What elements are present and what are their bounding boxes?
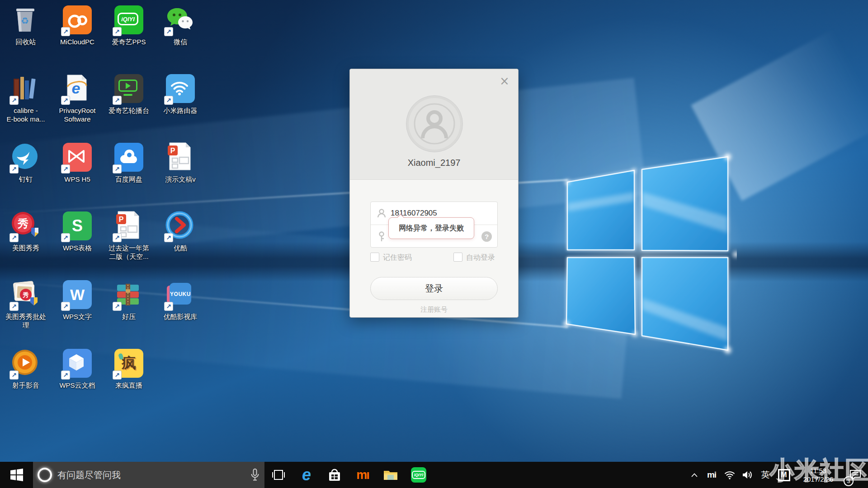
taskbar-windows-store-icon[interactable]	[321, 462, 349, 488]
desktop-icon-wps-cloud-doc[interactable]: ↗WPS云文档	[52, 347, 103, 416]
taskbar-iqiyi-app-icon[interactable]: iQIYI	[405, 462, 433, 488]
shortcut-arrow-icon: ↗	[113, 371, 122, 380]
login-error-tooltip: 网络异常，登录失败	[388, 217, 474, 239]
svg-text:♻: ♻	[21, 16, 29, 26]
desktop-icon-meitu-xiuxiu[interactable]: 秀↗美图秀秀	[0, 210, 52, 278]
taskbar-edge-icon[interactable]: e	[292, 462, 321, 488]
person-icon	[377, 208, 386, 218]
wifi-icon[interactable]	[721, 462, 739, 488]
calibre-icon: ↗	[10, 73, 41, 104]
ime-m-box: M	[778, 469, 790, 481]
desktop-icon-label: 微信	[174, 38, 187, 46]
desktop-icon-label: 回收站	[16, 38, 36, 46]
desktop-icon-label: 演示文稿v	[165, 175, 196, 183]
desktop-icon-wps-writer[interactable]: W↗WPS文字	[52, 278, 103, 347]
wps-cloud-doc-icon: ↗	[62, 348, 93, 379]
youku-icon: ↗	[165, 211, 196, 241]
start-button[interactable]	[0, 462, 33, 488]
error-text: 网络异常，登录失败	[399, 224, 464, 233]
desktop-icon-label: 过去这一年第二版（天空...	[108, 244, 149, 261]
desktop-icon-youku-library[interactable]: YOUKU↗优酷影视库	[155, 278, 206, 347]
svg-text:P: P	[119, 216, 124, 223]
options-row: 记住密码 自动登录	[370, 253, 498, 263]
desktop-icon-iqiyi-pps[interactable]: iQIYI↗爱奇艺PPS	[103, 4, 155, 72]
search-placeholder: 有问题尽管问我	[57, 469, 121, 481]
desktop-icon-recycle-bin[interactable]: ♻回收站	[0, 4, 52, 72]
desktop-icon-label: 爱奇艺轮播台	[108, 106, 149, 115]
help-icon[interactable]: ?	[481, 231, 492, 242]
key-icon	[377, 231, 386, 243]
shortcut-arrow-icon: ↗	[113, 27, 122, 36]
desktop-icon-laifeng-live[interactable]: 疯↗来疯直播	[103, 347, 155, 416]
shortcut-arrow-icon: ↗	[9, 164, 19, 174]
wps-h5-icon: ↗	[62, 142, 93, 173]
register-account-link[interactable]: 注册账号	[350, 305, 518, 314]
taskbar-file-explorer-icon[interactable]	[377, 462, 405, 488]
desktop-icon-presentation-v[interactable]: P演示文稿v	[155, 141, 206, 210]
volume-icon[interactable]	[739, 462, 757, 488]
desktop-icon-label: WPS文字	[63, 312, 92, 321]
mi-tray-icon[interactable]: mi	[703, 462, 721, 488]
desktop-icon-label: WPS表格	[63, 244, 92, 252]
laifeng-live-icon: 疯↗	[113, 348, 144, 379]
desktop-icon-wps-sheet[interactable]: S↗WPS表格	[52, 210, 103, 278]
desktop-icon-mi-router[interactable]: ↗小米路由器	[155, 72, 206, 141]
shooter-player-icon: ↗	[10, 348, 41, 379]
desktop-icon-label: 来疯直播	[115, 381, 142, 389]
clock-date: 2017/2/26	[794, 475, 843, 483]
desktop-icon-iqiyi-lunbotai[interactable]: ↗爱奇艺轮播台	[103, 72, 155, 141]
desktop-icon-youku[interactable]: ↗优酷	[155, 210, 206, 278]
desktop-icon-calibre[interactable]: ↗calibre -E-book ma...	[0, 72, 52, 141]
wechat-icon: ↗	[165, 5, 196, 35]
action-center-button[interactable]: 3	[843, 462, 868, 488]
shortcut-arrow-icon: ↗	[113, 233, 122, 242]
desktop-icon-label: MiCloudPC	[60, 38, 94, 46]
youku-library-icon: YOUKU↗	[165, 279, 196, 310]
shortcut-arrow-icon: ↗	[61, 302, 70, 311]
desktop-icon-label: PrivacyRootSoftware	[59, 106, 96, 123]
svg-text:秀: 秀	[23, 291, 29, 298]
windows-logo-panes	[561, 149, 737, 361]
desktop-icon-wechat[interactable]: ↗微信	[155, 4, 206, 72]
taskbar-mi-app-icon[interactable]: mı	[349, 462, 377, 488]
shortcut-arrow-icon: ↗	[113, 164, 122, 174]
shortcut-arrow-icon: ↗	[61, 233, 70, 242]
microphone-icon[interactable]	[251, 469, 259, 481]
shortcut-arrow-icon: ↗	[164, 27, 173, 36]
system-tray: mi 英 M 11:53 2017/2/26	[686, 462, 868, 488]
desktop-icon-baidu-netdisk[interactable]: ↗百度网盘	[103, 141, 155, 210]
taskbar-app-icons: emıiQIYI	[264, 462, 433, 488]
dingtalk-icon: ↗	[10, 142, 41, 173]
desktop-icon-dingtalk[interactable]: ↗钉钉	[0, 141, 52, 210]
svg-text:YOUKU: YOUKU	[170, 291, 191, 297]
desktop-icon-micloudpc[interactable]: ↗MiCloudPC	[52, 4, 103, 72]
windows-start-icon	[10, 469, 23, 481]
taskbar-task-view-icon[interactable]	[264, 462, 292, 488]
shortcut-arrow-icon: ↗	[9, 371, 19, 380]
cortana-search-box[interactable]: 有问题尽管问我	[33, 462, 264, 488]
shortcut-arrow-icon: ↗	[61, 164, 70, 174]
remember-password-checkbox[interactable]	[370, 253, 379, 262]
privacyroot-icon: e↗	[62, 73, 93, 104]
close-icon[interactable]: ×	[498, 75, 511, 87]
username-text: Xiaomi_2197	[350, 158, 518, 168]
login-button[interactable]: 登录	[370, 277, 498, 300]
taskbar-clock[interactable]: 11:53 2017/2/26	[794, 466, 843, 483]
desktop-icon-past-year-ppt[interactable]: P↗过去这一年第二版（天空...	[103, 210, 155, 278]
shortcut-arrow-icon: ↗	[9, 96, 19, 105]
notification-badge: 3	[844, 476, 854, 486]
past-year-ppt-icon: P↗	[113, 211, 144, 241]
micloudpc-icon: ↗	[62, 5, 93, 35]
auto-login-checkbox[interactable]	[453, 253, 462, 262]
desktop-icon-meitu-batch[interactable]: 秀↗美图秀秀批处理	[0, 278, 52, 347]
ime-language-indicator[interactable]: 英	[757, 462, 774, 488]
desktop-icon-label: 爱奇艺PPS	[112, 38, 146, 46]
desktop-icon-privacyroot[interactable]: e↗PrivacyRootSoftware	[52, 72, 103, 141]
desktop-icon-label: WPS H5	[64, 175, 90, 183]
desktop-icon-haozip[interactable]: ↗好压	[103, 278, 155, 347]
ime-mode-icon[interactable]: M	[774, 462, 794, 488]
desktop-icon-wps-h5[interactable]: ↗WPS H5	[52, 141, 103, 210]
tray-chevron-up-icon[interactable]	[686, 462, 703, 488]
shortcut-arrow-icon: ↗	[9, 233, 19, 242]
desktop-icon-shooter-player[interactable]: ↗射手影音	[0, 347, 52, 416]
